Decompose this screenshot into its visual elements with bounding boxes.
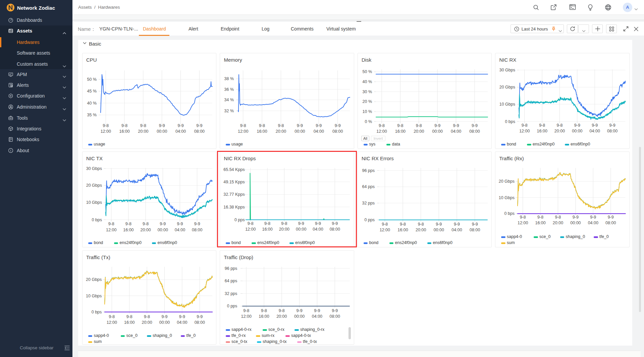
svg-text:0 pps: 0 pps — [364, 218, 375, 222]
svg-text:9-9: 9-9 — [332, 308, 338, 313]
svg-text:20:00: 20:00 — [416, 227, 426, 232]
svg-text:12:00: 12:00 — [379, 227, 390, 232]
svg-text:20:00: 20:00 — [142, 320, 152, 324]
svg-text:20:00: 20:00 — [553, 220, 563, 225]
svg-text:9-9: 9-9 — [592, 123, 598, 128]
svg-text:0 pps: 0 pps — [227, 304, 237, 308]
svg-text:00:00: 00:00 — [570, 220, 581, 225]
svg-text:9-8: 9-8 — [418, 222, 424, 227]
svg-text:20:00: 20:00 — [276, 129, 286, 133]
svg-text:20:00: 20:00 — [554, 129, 565, 133]
svg-text:0 bps: 0 bps — [92, 217, 102, 222]
svg-text:0 bps: 0 bps — [504, 211, 515, 216]
svg-text:96 pps: 96 pps — [362, 168, 375, 173]
svg-text:12:00: 12:00 — [519, 129, 530, 133]
svg-text:08:00: 08:00 — [332, 129, 343, 133]
svg-text:08:00: 08:00 — [194, 320, 205, 324]
svg-text:08:00: 08:00 — [470, 227, 480, 232]
svg-text:10 Gbps: 10 Gbps — [86, 293, 102, 298]
svg-text:20:00: 20:00 — [140, 227, 151, 232]
svg-text:08:00: 08:00 — [192, 227, 202, 232]
svg-text:36 %: 36 % — [224, 87, 234, 92]
svg-text:12:00: 12:00 — [241, 314, 252, 318]
svg-text:20:00: 20:00 — [414, 129, 424, 133]
svg-text:9-8: 9-8 — [261, 308, 267, 313]
svg-text:9-9: 9-9 — [297, 308, 303, 313]
svg-text:9-9: 9-9 — [453, 123, 459, 128]
svg-text:34 %: 34 % — [224, 98, 234, 102]
svg-text:50 %: 50 % — [87, 77, 97, 81]
svg-text:08:00: 08:00 — [194, 129, 204, 133]
svg-text:9-8: 9-8 — [416, 123, 422, 128]
svg-text:9-9: 9-9 — [573, 215, 579, 220]
svg-text:04:00: 04:00 — [451, 227, 462, 232]
svg-text:10 Gbps: 10 Gbps — [499, 102, 515, 107]
svg-text:20 Gbps: 20 Gbps — [499, 179, 515, 184]
svg-text:9-8: 9-8 — [140, 123, 146, 128]
svg-text:04:00: 04:00 — [450, 129, 461, 133]
svg-text:9-9: 9-9 — [472, 222, 478, 227]
svg-text:04:00: 04:00 — [177, 320, 187, 324]
svg-text:0 bps: 0 bps — [505, 119, 515, 124]
svg-text:9-9: 9-9 — [196, 123, 202, 128]
svg-text:9-9: 9-9 — [314, 308, 320, 313]
svg-text:9-8: 9-8 — [126, 314, 132, 319]
svg-text:9-9: 9-9 — [335, 123, 341, 128]
svg-text:32 %: 32 % — [224, 108, 234, 113]
svg-text:30 %: 30 % — [362, 89, 372, 94]
svg-text:08:00: 08:00 — [330, 314, 340, 318]
svg-text:32 pps: 32 pps — [362, 201, 375, 205]
svg-text:16:00: 16:00 — [535, 220, 545, 225]
svg-text:20:00: 20:00 — [276, 314, 287, 318]
svg-text:00:00: 00:00 — [294, 129, 305, 133]
svg-text:9-8: 9-8 — [143, 222, 149, 226]
svg-text:12:00: 12:00 — [106, 320, 117, 324]
svg-text:9-9: 9-9 — [436, 222, 442, 227]
svg-text:9-8: 9-8 — [259, 123, 265, 128]
svg-text:64 pps: 64 pps — [225, 279, 237, 283]
svg-text:9-9: 9-9 — [197, 314, 203, 319]
svg-text:04:00: 04:00 — [588, 220, 598, 225]
svg-text:04:00: 04:00 — [174, 227, 185, 232]
svg-text:40 %: 40 % — [362, 79, 372, 84]
svg-text:08:00: 08:00 — [607, 129, 618, 133]
svg-text:35 %: 35 % — [87, 113, 97, 117]
svg-text:00:00: 00:00 — [157, 227, 168, 232]
svg-text:9-8: 9-8 — [397, 123, 403, 128]
svg-text:96 pps: 96 pps — [225, 266, 237, 271]
svg-text:9-9: 9-9 — [160, 222, 166, 226]
svg-text:9-8: 9-8 — [556, 123, 562, 128]
svg-text:9-8: 9-8 — [555, 215, 561, 220]
svg-text:9-8: 9-8 — [108, 222, 114, 226]
svg-text:10 Gbps: 10 Gbps — [86, 200, 102, 205]
svg-text:9-8: 9-8 — [520, 215, 526, 220]
svg-text:32 pps: 32 pps — [225, 291, 237, 296]
svg-text:00:00: 00:00 — [294, 314, 305, 318]
svg-text:12:00: 12:00 — [106, 227, 116, 232]
svg-text:08:00: 08:00 — [605, 220, 616, 225]
svg-text:20:00: 20:00 — [138, 129, 148, 133]
svg-text:9-9: 9-9 — [609, 123, 615, 128]
svg-text:9-9: 9-9 — [574, 123, 580, 128]
svg-text:9-8: 9-8 — [144, 314, 150, 319]
svg-text:08:00: 08:00 — [469, 129, 480, 133]
svg-text:30 Gbps: 30 Gbps — [86, 166, 102, 171]
svg-text:04:00: 04:00 — [590, 129, 600, 133]
svg-text:30 Gbps: 30 Gbps — [499, 68, 515, 72]
svg-text:9-9: 9-9 — [161, 314, 167, 319]
svg-text:45 %: 45 % — [87, 89, 97, 94]
svg-text:9-9: 9-9 — [177, 123, 183, 128]
svg-text:9-8: 9-8 — [279, 308, 285, 313]
svg-text:00:00: 00:00 — [433, 227, 444, 232]
svg-text:9-9: 9-9 — [434, 123, 440, 128]
svg-text:38 %: 38 % — [224, 76, 234, 81]
svg-text:16:00: 16:00 — [123, 227, 133, 232]
svg-text:9-9: 9-9 — [194, 222, 200, 226]
svg-text:12:00: 12:00 — [376, 129, 387, 133]
svg-text:20 Gbps: 20 Gbps — [86, 277, 102, 282]
svg-text:12:00: 12:00 — [518, 220, 528, 225]
svg-text:64 pps: 64 pps — [362, 184, 375, 189]
svg-text:9-8: 9-8 — [522, 123, 528, 128]
svg-text:0 bps: 0 bps — [91, 309, 102, 314]
svg-text:9-8: 9-8 — [537, 215, 543, 220]
